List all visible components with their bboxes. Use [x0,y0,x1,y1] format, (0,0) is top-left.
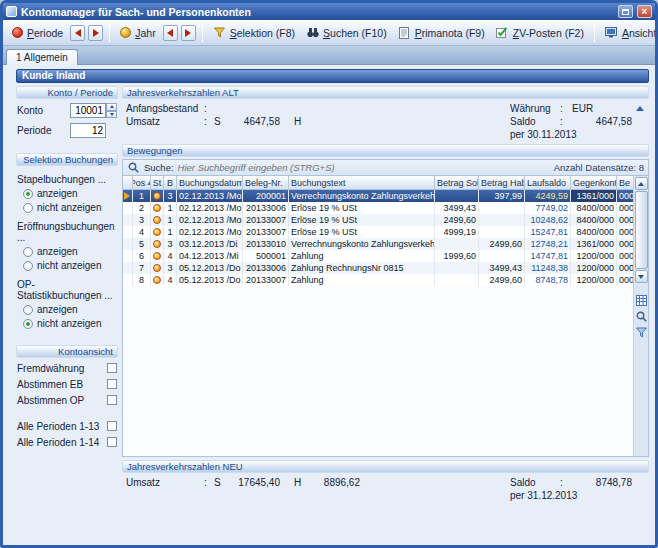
periode-next-button[interactable] [88,25,103,41]
suchen-button[interactable]: Suchen (F10) [301,24,392,41]
checkbox-abstimmen-op[interactable]: Abstimmen OP [17,394,117,406]
scroll-down-button[interactable] [635,270,648,283]
jvz-alt-panel: Anfangsbestand : Währung : EUR Umsatz : … [122,99,649,144]
cell-text: Erlöse 19 % USt [289,226,435,238]
spinner-down-button[interactable] [106,111,117,119]
radio-op-nicht-anzeigen[interactable]: nicht anzeigen [23,318,118,329]
col-header-b[interactable]: B [164,176,177,189]
status-cell [151,190,164,202]
umsatz-soll-value: 17645,40 [226,477,280,488]
ansicht-button[interactable]: Ansicht [600,24,658,41]
collapse-panel-icon[interactable] [636,106,644,111]
table-row-5[interactable]: 5 3 03.12.2013 /Di 20133010 Verrechnungs… [123,238,633,250]
cell-pos: 6 [133,250,151,262]
cell-soll [435,274,479,286]
suchen-label: Suchen (F10) [323,27,387,39]
table-row-1[interactable]: 1 3 02.12.2013 /Mo 200001 Verrechnungsko… [123,190,633,202]
konto-input[interactable] [70,103,106,118]
close-button[interactable]: × [637,5,652,18]
cell-laufsaldo: 4249,59 [525,190,571,202]
checkbox-label: Fremdwährung [17,363,107,374]
checkbox-fremdwaehrung[interactable]: Fremdwährung [17,362,117,374]
cell-b: 1 [164,226,177,238]
cell-soll: 3499,43 [435,202,479,214]
radio-eroeffnung-anzeigen[interactable]: anzeigen [23,246,118,257]
colon: : [560,477,570,488]
section-header-bewegungen: Bewegungen [122,144,649,157]
maximize-button[interactable] [618,5,633,18]
selektion-button[interactable]: Selektion (F8) [208,24,300,41]
checkbox-icon [107,421,117,431]
zoom-button[interactable] [635,310,648,323]
table-row-2[interactable]: 2 1 02.12.2013 /Mo 20133006 Erlöse 19 % … [123,202,633,214]
binoculars-icon [306,26,319,39]
cell-b: 3 [164,238,177,250]
table-row-6[interactable]: 6 4 04.12.2013 /Mi 500001 Zahlung 1999,6… [123,250,633,262]
radio-icon [23,203,33,213]
colon: : [204,116,214,127]
col-header-betrag-soll[interactable]: Betrag Soll [435,176,479,189]
col-header-betrag-haben[interactable]: Betrag Haben [479,176,525,189]
jahr-next-button[interactable] [181,25,196,41]
col-header-pos[interactable]: Pos [133,176,151,189]
status-icon [153,204,161,212]
cell-be: 000 [617,238,633,250]
spinner-up-button[interactable] [106,103,117,111]
cell-beleg: 20133007 [243,226,289,238]
col-header-marker[interactable] [123,176,133,189]
periode-input[interactable] [70,123,106,138]
checkbox-alle-perioden-1-13[interactable]: Alle Perioden 1-13 [17,420,117,432]
col-header-buchungsdatum[interactable]: Buchungsdatum [177,176,243,189]
radio-stapel-nicht-anzeigen[interactable]: nicht anzeigen [23,202,118,213]
cell-datum: 02.12.2013 /Mo [177,190,243,202]
row-marker-cell [123,202,133,214]
radio-eroeffnung-nicht-anzeigen[interactable]: nicht anzeigen [23,260,118,271]
filter-button[interactable] [635,326,648,339]
primanota-button[interactable]: Primanota (F9) [393,24,490,41]
cell-b: 1 [164,214,177,226]
col-header-buchungstext[interactable]: Buchungstext [289,176,435,189]
cell-text: Erlöse 19 % USt [289,214,435,226]
col-header-be[interactable]: Be [617,176,633,189]
col-header-laufsaldo[interactable]: Laufsaldo [525,176,571,189]
cell-text: Zahlung [289,250,435,262]
col-header-gegenkonto[interactable]: Gegenkonto [571,176,617,189]
checkbox-alle-perioden-1-14[interactable]: Alle Perioden 1-14 [17,436,117,448]
jahr-prev-button[interactable] [163,25,178,41]
cell-soll: 2499,60 [435,214,479,226]
table-row-4[interactable]: 4 1 02.12.2013 /Mo 20133007 Erlöse 19 % … [123,226,633,238]
tabstrip: 1 Allgemein [3,46,655,65]
section-header-jvz-neu: Jahresverkehrszahlen NEU [122,460,649,473]
tab-allgemein[interactable]: 1 Allgemein [6,49,78,65]
section-header-selektion-buchungen: Selektion Buchungen [16,153,118,166]
search-input[interactable] [178,162,550,173]
zv-posten-button[interactable]: ZV-Posten (F2) [491,24,589,41]
cell-haben: 3499,43 [479,262,525,274]
scrollbar-thumb[interactable] [635,191,648,269]
col-header-pos-label: Pos [133,178,145,188]
cell-datum: 03.12.2013 /Di [177,238,243,250]
grid: Pos St B Buchungsdatum Beleg-Nr. Buchung… [123,176,633,456]
row-marker-cell [123,190,133,202]
checkbox-icon [107,437,117,447]
jahr-button[interactable]: Jahr [115,25,160,41]
checkbox-abstimmen-eb[interactable]: Abstimmen EB [17,378,117,390]
col-header-beleg-nr[interactable]: Beleg-Nr. [243,176,289,189]
cell-laufsaldo: 15247,81 [525,226,571,238]
periode-prev-button[interactable] [70,25,85,41]
periode-button[interactable]: Periode [7,25,68,41]
jahr-label: Jahr [135,27,155,39]
radio-stapel-anzeigen[interactable]: anzeigen [23,188,118,199]
saldo-label: Saldo [510,116,560,127]
table-row-7[interactable]: 7 3 05.12.2013 /Do 20133006 Zahlung Rech… [123,262,633,274]
client-header: Kunde Inland [16,69,649,83]
radio-op-anzeigen[interactable]: anzeigen [23,304,118,315]
table-row-3[interactable]: 3 1 02.12.2013 /Mo 20133007 Erlöse 19 % … [123,214,633,226]
grid-view-button[interactable] [635,294,648,307]
scroll-up-button[interactable] [635,177,648,190]
col-header-st[interactable]: St [151,176,164,189]
status-cell [151,274,164,286]
status-cell [151,226,164,238]
row-marker-cell [123,274,133,286]
table-row-8[interactable]: 8 4 05.12.2013 /Do 20133007 Zahlung 2499… [123,274,633,286]
